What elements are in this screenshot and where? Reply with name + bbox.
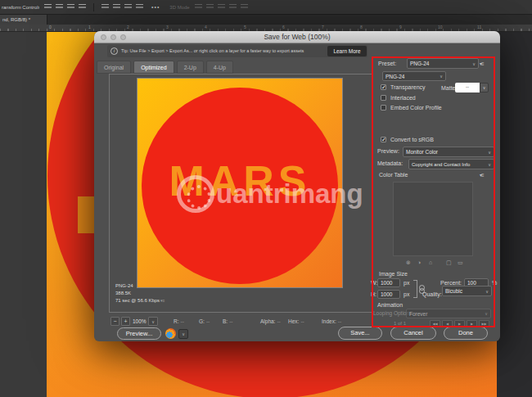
zoom-in-button[interactable]: +	[121, 317, 130, 326]
preview-image[interactable]: MARS	[138, 79, 342, 287]
browser-select-arrow-icon[interactable]: ∨	[178, 329, 188, 339]
map-transparency-icon[interactable]: ⊗	[406, 259, 411, 266]
width-unit: px	[404, 280, 409, 286]
first-frame-button[interactable]: ◀◀	[430, 320, 440, 327]
tab-original[interactable]: Original	[97, 61, 131, 74]
preview-mode-label: Preview:	[377, 148, 399, 154]
color-table-grid[interactable]	[393, 182, 473, 256]
next-frame-button[interactable]: ▶	[467, 320, 477, 327]
color-table-menu-icon[interactable]: ▾≡	[480, 172, 484, 178]
ruler-number: 3	[166, 25, 169, 29]
percent-label: Percent:	[440, 280, 462, 286]
learn-more-button[interactable]: Learn More	[327, 46, 367, 56]
looping-options-dropdown: Forever∨	[406, 309, 491, 318]
width-input[interactable]: 1000	[377, 278, 400, 287]
readout-g: G:--	[199, 318, 210, 324]
embed-color-profile-label: Embed Color Profile	[390, 105, 442, 111]
info-icon: i	[110, 47, 118, 55]
image-size-header: Image Size	[379, 271, 408, 277]
distribute-top-icon[interactable]	[79, 4, 86, 11]
transparency-label: Transparency	[390, 84, 426, 90]
more-options-icon[interactable]: •••	[151, 4, 160, 10]
transform-controls-label[interactable]: ransform Controls	[2, 5, 39, 10]
mars-title: MARS	[138, 157, 342, 205]
convert-srgb-checkbox[interactable]: ✓	[381, 137, 386, 142]
readout-alpha: Alpha:--	[260, 318, 281, 324]
chevron-down-icon: ∨	[485, 289, 489, 294]
percent-unit: %	[492, 280, 497, 286]
previous-frame-button[interactable]: ◀	[442, 320, 453, 327]
3d-rotate-icon	[195, 4, 202, 11]
cancel-button[interactable]: Cancel	[390, 327, 436, 340]
chevron-down-icon: ∨	[440, 74, 443, 79]
preview-frame[interactable]: MARS PNG-24 388.5K 71 sec @ 56.6 Kbps ▾≡	[109, 74, 372, 313]
3d-drag-icon	[218, 4, 225, 11]
tab-2up[interactable]: 2-Up	[177, 61, 204, 74]
ruler-number: 0	[49, 25, 52, 29]
interlaced-label: Interlaced	[390, 95, 416, 101]
preset-panel-menu-icon[interactable]: ▾≡	[480, 61, 484, 66]
save-for-web-dialog: Save for Web (100%) i Tip: Use File > Ex…	[94, 31, 500, 341]
frame-status: 1 of 1	[394, 321, 406, 326]
download-time-menu-icon[interactable]: ▾≡	[160, 298, 165, 303]
photoshop-screen: ransform Controls ••• 3D Mode nd, RGB/8)…	[0, 0, 532, 397]
align-top-icon[interactable]	[44, 4, 52, 11]
distribute-center-icon[interactable]	[113, 4, 120, 11]
tab-4up[interactable]: 4-Up	[206, 61, 233, 74]
matte-dropdown-arrow-icon[interactable]: ∨	[480, 83, 489, 92]
distribute-bottom-icon[interactable]	[136, 4, 143, 11]
height-unit: px	[404, 291, 409, 297]
preview-file-size: 388.5K	[115, 291, 131, 295]
3d-mode-label: 3D Mode	[169, 5, 189, 10]
transparency-checkbox[interactable]: ✓	[381, 84, 386, 90]
quality-dropdown[interactable]: Bicubic∨	[442, 286, 492, 296]
play-button[interactable]: ▶	[454, 320, 465, 327]
align-vertical-center-icon[interactable]	[56, 4, 63, 11]
last-frame-button[interactable]: ▶▶	[479, 320, 489, 327]
distribute-left-icon[interactable]	[101, 4, 109, 11]
zoom-dropdown-arrow-icon[interactable]: ∨	[148, 317, 158, 326]
preset-dropdown[interactable]: PNG-24∨	[407, 58, 479, 69]
tab-optimized[interactable]: Optimized	[133, 61, 174, 74]
interlaced-checkbox[interactable]	[381, 95, 386, 101]
done-button[interactable]: Done	[444, 327, 488, 340]
3d-scale-icon	[241, 4, 248, 11]
readout-index: Index:--	[322, 318, 341, 324]
distribute-right-icon[interactable]	[124, 4, 132, 11]
document-tab-bar: nd, RGB/8) *	[0, 15, 532, 25]
lock-color-icon[interactable]: ⌂	[429, 259, 432, 265]
format-dropdown[interactable]: PNG-24∨	[382, 71, 446, 81]
readout-r: R:--	[174, 318, 184, 324]
options-bar: ransform Controls ••• 3D Mode	[0, 0, 532, 15]
save-button[interactable]: Save...	[338, 327, 382, 340]
metadata-dropdown[interactable]: Copyright and Contact Info∨	[408, 159, 494, 169]
preview-download-time: 71 sec @ 56.6 Kbps	[115, 298, 160, 303]
pasteboard-right	[497, 32, 532, 397]
height-input[interactable]: 1000	[377, 290, 400, 299]
ruler-number: 4	[205, 25, 207, 29]
quality-label: Quality:	[422, 291, 442, 297]
ruler-number: 7	[322, 25, 324, 29]
zoom-level[interactable]: 100%	[133, 318, 147, 324]
3d-slide-icon	[229, 4, 237, 11]
metadata-label: Metadata:	[377, 160, 403, 166]
align-bottom-icon[interactable]	[67, 4, 74, 11]
matte-swatch[interactable]: --	[455, 83, 480, 92]
ruler-number: 10	[438, 25, 443, 29]
delete-color-icon[interactable]: ▭	[458, 259, 463, 266]
web-shift-icon[interactable]: ◑	[417, 259, 421, 265]
ruler-number: 1	[88, 25, 91, 29]
document-tab[interactable]: nd, RGB/8) *	[0, 15, 47, 25]
dialog-titlebar: Save for Web (100%)	[94, 31, 500, 43]
embed-color-profile-checkbox[interactable]	[381, 105, 386, 111]
3d-roll-icon	[206, 4, 214, 11]
preview-in-browser-button[interactable]: Preview...	[117, 327, 161, 340]
preview-mode-dropdown[interactable]: Monitor Color∨	[403, 147, 494, 157]
tip-text: Tip: Use File > Export > Export As... or…	[121, 48, 304, 53]
zoom-out-button[interactable]: −	[110, 317, 119, 326]
browser-icon[interactable]	[165, 328, 176, 339]
chevron-down-icon: ∨	[488, 150, 491, 155]
preview-tabs: Original Optimized 2-Up 4-Up	[97, 61, 233, 74]
preset-label: Preset:	[378, 61, 396, 66]
new-color-icon[interactable]: ▢	[446, 259, 452, 266]
